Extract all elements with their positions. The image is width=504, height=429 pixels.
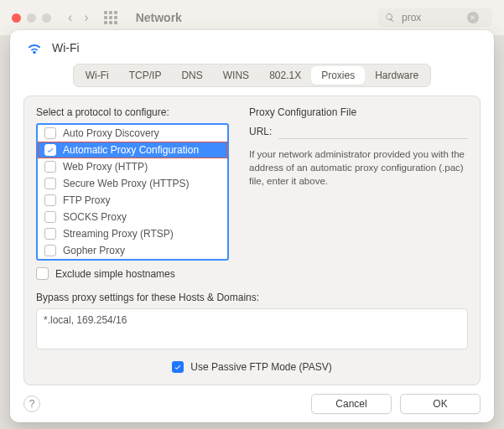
tab-hardware[interactable]: Hardware — [365, 66, 429, 85]
passive-ftp-label: Use Passive FTP Mode (PASV) — [190, 361, 331, 373]
close-icon — [470, 14, 476, 21]
bypass-value: *.local, 169.254/16 — [44, 314, 127, 326]
protocol-row[interactable]: Secure Web Proxy (HTTPS) — [38, 175, 227, 192]
protocol-label: SOCKS Proxy — [63, 211, 127, 223]
protocol-checkbox[interactable] — [44, 211, 56, 223]
protocol-row[interactable]: Gopher Proxy — [38, 242, 227, 259]
protocol-checkbox[interactable] — [44, 228, 56, 240]
proxies-panel: Select a protocol to configure: Auto Pro… — [23, 96, 481, 385]
tab-wins[interactable]: WINS — [213, 66, 259, 85]
nav-arrows: ‹ › — [68, 10, 89, 25]
tab-dns[interactable]: DNS — [171, 66, 212, 85]
protocol-list[interactable]: Auto Proxy DiscoveryAutomatic Proxy Conf… — [36, 123, 229, 261]
protocol-checkbox[interactable] — [44, 194, 56, 206]
bypass-textarea[interactable]: *.local, 169.254/16 — [36, 308, 468, 349]
url-input[interactable] — [278, 123, 468, 139]
config-note: If your network administrator provided y… — [249, 147, 468, 188]
minimize-window-button[interactable] — [27, 13, 36, 23]
show-all-prefs-button[interactable] — [104, 11, 117, 24]
back-button[interactable]: ‹ — [68, 10, 72, 25]
url-label: URL: — [249, 126, 272, 137]
protocol-label: Web Proxy (HTTP) — [63, 161, 148, 173]
protocol-label: Automatic Proxy Configuration — [63, 144, 199, 156]
bypass-label: Bypass proxy settings for these Hosts & … — [36, 292, 468, 303]
ok-button[interactable]: OK — [400, 394, 481, 414]
clear-search-button[interactable] — [467, 12, 479, 23]
protocol-checkbox[interactable] — [44, 127, 56, 139]
protocol-checkbox[interactable] — [44, 144, 56, 156]
protocol-row[interactable]: Streaming Proxy (RTSP) — [38, 225, 227, 242]
close-window-button[interactable] — [12, 13, 21, 23]
help-button[interactable]: ? — [23, 395, 40, 412]
tab-802-1x[interactable]: 802.1X — [259, 66, 311, 85]
protocol-label: Auto Proxy Discovery — [63, 127, 159, 139]
search-input[interactable] — [400, 11, 462, 24]
traffic-lights — [12, 13, 51, 23]
protocol-label: FTP Proxy — [63, 194, 110, 206]
protocol-label: Secure Web Proxy (HTTPS) — [63, 178, 189, 189]
passive-ftp-checkbox[interactable] — [172, 361, 184, 373]
wifi-icon — [25, 39, 44, 57]
protocol-row[interactable]: Web Proxy (HTTP) — [38, 158, 227, 175]
forward-button[interactable]: › — [84, 10, 88, 25]
window-title: Network — [136, 11, 182, 24]
search-field[interactable] — [378, 8, 492, 27]
protocol-row[interactable]: SOCKS Proxy — [38, 209, 227, 225]
cancel-button[interactable]: Cancel — [311, 394, 392, 414]
tab-bar: Wi-FiTCP/IPDNSWINS802.1XProxiesHardware — [73, 64, 431, 87]
protocol-section-label: Select a protocol to configure: — [36, 106, 229, 118]
protocol-checkbox[interactable] — [44, 178, 56, 189]
tab-wi-fi[interactable]: Wi-Fi — [75, 66, 119, 85]
protocol-row[interactable]: FTP Proxy — [38, 192, 227, 209]
tab-tcp-ip[interactable]: TCP/IP — [119, 66, 172, 85]
protocol-label: Gopher Proxy — [63, 245, 125, 256]
check-icon — [174, 363, 182, 371]
sheet-title: Wi-Fi — [52, 41, 80, 54]
search-icon — [385, 13, 395, 23]
tab-proxies[interactable]: Proxies — [311, 66, 365, 85]
protocol-row[interactable]: Automatic Proxy Configuration — [38, 142, 227, 158]
settings-sheet: Wi-Fi Wi-FiTCP/IPDNSWINS802.1XProxiesHar… — [10, 30, 494, 422]
proxy-config-file-heading: Proxy Configuration File — [249, 106, 468, 118]
exclude-simple-hostnames-label: Exclude simple hostnames — [55, 268, 175, 280]
protocol-label: Streaming Proxy (RTSP) — [63, 228, 174, 240]
exclude-simple-hostnames-checkbox[interactable] — [36, 267, 49, 280]
zoom-window-button[interactable] — [42, 13, 51, 23]
protocol-checkbox[interactable] — [44, 245, 56, 256]
protocol-checkbox[interactable] — [44, 161, 56, 173]
protocol-row[interactable]: Auto Proxy Discovery — [38, 125, 227, 142]
